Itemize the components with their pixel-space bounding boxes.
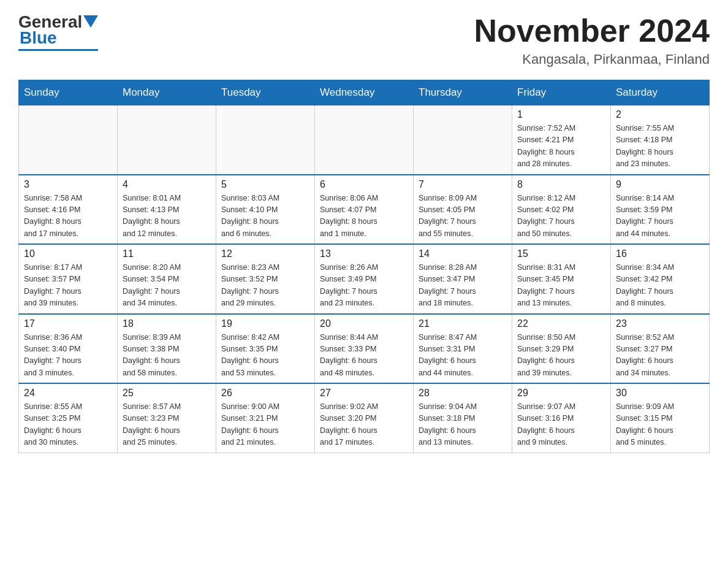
day-info: Sunrise: 9:04 AM Sunset: 3:18 PM Dayligh… (419, 401, 507, 449)
day-number: 13 (320, 248, 408, 259)
day-info: Sunrise: 8:52 AM Sunset: 3:27 PM Dayligh… (616, 332, 704, 380)
header-friday: Friday (512, 80, 611, 105)
day-info: Sunrise: 7:55 AM Sunset: 4:18 PM Dayligh… (616, 123, 704, 170)
calendar-cell: 16Sunrise: 8:34 AM Sunset: 3:42 PM Dayli… (611, 244, 710, 314)
day-info: Sunrise: 8:47 AM Sunset: 3:31 PM Dayligh… (419, 332, 507, 380)
day-info: Sunrise: 8:23 AM Sunset: 3:52 PM Dayligh… (221, 262, 309, 310)
calendar-cell (414, 105, 512, 175)
day-number: 30 (616, 388, 704, 399)
week-row-2: 3Sunrise: 7:58 AM Sunset: 4:16 PM Daylig… (19, 175, 710, 245)
header-wednesday: Wednesday (315, 80, 414, 105)
day-info: Sunrise: 8:44 AM Sunset: 3:33 PM Dayligh… (320, 332, 408, 380)
day-number: 8 (517, 179, 605, 190)
day-info: Sunrise: 8:42 AM Sunset: 3:35 PM Dayligh… (221, 332, 309, 380)
week-row-1: 1Sunrise: 7:52 AM Sunset: 4:21 PM Daylig… (19, 105, 710, 175)
calendar-cell: 19Sunrise: 8:42 AM Sunset: 3:35 PM Dayli… (216, 314, 315, 384)
day-number: 5 (221, 179, 309, 190)
calendar-cell: 4Sunrise: 8:01 AM Sunset: 4:13 PM Daylig… (118, 175, 216, 245)
calendar-cell: 5Sunrise: 8:03 AM Sunset: 4:10 PM Daylig… (216, 175, 315, 245)
day-info: Sunrise: 8:28 AM Sunset: 3:47 PM Dayligh… (419, 262, 507, 310)
day-number: 27 (320, 388, 408, 399)
calendar-cell: 12Sunrise: 8:23 AM Sunset: 3:52 PM Dayli… (216, 244, 315, 314)
day-number: 25 (123, 388, 211, 399)
calendar-cell: 27Sunrise: 9:02 AM Sunset: 3:20 PM Dayli… (315, 383, 414, 453)
day-number: 12 (221, 248, 309, 259)
day-info: Sunrise: 8:17 AM Sunset: 3:57 PM Dayligh… (24, 262, 112, 310)
calendar-cell: 8Sunrise: 8:12 AM Sunset: 4:02 PM Daylig… (512, 175, 611, 245)
day-info: Sunrise: 7:58 AM Sunset: 4:16 PM Dayligh… (24, 193, 112, 240)
weekday-header-row: SundayMondayTuesdayWednesdayThursdayFrid… (19, 80, 710, 105)
day-info: Sunrise: 9:00 AM Sunset: 3:21 PM Dayligh… (221, 401, 309, 449)
calendar-cell: 26Sunrise: 9:00 AM Sunset: 3:21 PM Dayli… (216, 383, 315, 453)
calendar-cell: 1Sunrise: 7:52 AM Sunset: 4:21 PM Daylig… (512, 105, 611, 175)
day-info: Sunrise: 8:12 AM Sunset: 4:02 PM Dayligh… (517, 193, 605, 240)
day-number: 21 (419, 318, 507, 329)
week-row-5: 24Sunrise: 8:55 AM Sunset: 3:25 PM Dayli… (19, 383, 710, 453)
day-info: Sunrise: 9:07 AM Sunset: 3:16 PM Dayligh… (517, 401, 605, 449)
calendar-cell (118, 105, 216, 175)
calendar-cell (315, 105, 414, 175)
logo-underline (18, 49, 98, 51)
day-number: 3 (24, 179, 112, 190)
day-number: 4 (123, 179, 211, 190)
calendar-cell: 18Sunrise: 8:39 AM Sunset: 3:38 PM Dayli… (118, 314, 216, 384)
day-info: Sunrise: 8:01 AM Sunset: 4:13 PM Dayligh… (123, 193, 211, 240)
header-monday: Monday (118, 80, 216, 105)
day-number: 26 (221, 388, 309, 399)
calendar-cell: 20Sunrise: 8:44 AM Sunset: 3:33 PM Dayli… (315, 314, 414, 384)
calendar-cell: 6Sunrise: 8:06 AM Sunset: 4:07 PM Daylig… (315, 175, 414, 245)
calendar-cell: 13Sunrise: 8:26 AM Sunset: 3:49 PM Dayli… (315, 244, 414, 314)
header: General Blue November 2024 Kangasala, Pi… (18, 12, 710, 67)
calendar-cell: 30Sunrise: 9:09 AM Sunset: 3:15 PM Dayli… (611, 383, 710, 453)
day-number: 19 (221, 318, 309, 329)
calendar-cell: 25Sunrise: 8:57 AM Sunset: 3:23 PM Dayli… (118, 383, 216, 453)
day-info: Sunrise: 8:31 AM Sunset: 3:45 PM Dayligh… (517, 262, 605, 310)
day-info: Sunrise: 8:50 AM Sunset: 3:29 PM Dayligh… (517, 332, 605, 380)
day-number: 16 (616, 248, 704, 259)
day-number: 15 (517, 248, 605, 259)
header-tuesday: Tuesday (216, 80, 315, 105)
logo-blue-text: Blue (20, 28, 57, 48)
calendar-cell: 3Sunrise: 7:58 AM Sunset: 4:16 PM Daylig… (19, 175, 118, 245)
calendar-cell: 22Sunrise: 8:50 AM Sunset: 3:29 PM Dayli… (512, 314, 611, 384)
day-info: Sunrise: 9:02 AM Sunset: 3:20 PM Dayligh… (320, 401, 408, 449)
day-number: 11 (123, 248, 211, 259)
calendar-cell: 11Sunrise: 8:20 AM Sunset: 3:54 PM Dayli… (118, 244, 216, 314)
day-number: 7 (419, 179, 507, 190)
month-title: November 2024 (474, 12, 710, 49)
day-info: Sunrise: 8:57 AM Sunset: 3:23 PM Dayligh… (123, 401, 211, 449)
header-thursday: Thursday (414, 80, 512, 105)
calendar-table: SundayMondayTuesdayWednesdayThursdayFrid… (18, 80, 710, 453)
calendar-cell: 9Sunrise: 8:14 AM Sunset: 3:59 PM Daylig… (611, 175, 710, 245)
header-saturday: Saturday (611, 80, 710, 105)
logo: General Blue (18, 12, 98, 51)
day-info: Sunrise: 7:52 AM Sunset: 4:21 PM Dayligh… (517, 123, 605, 170)
calendar-cell: 29Sunrise: 9:07 AM Sunset: 3:16 PM Dayli… (512, 383, 611, 453)
day-number: 2 (616, 109, 704, 120)
day-info: Sunrise: 8:34 AM Sunset: 3:42 PM Dayligh… (616, 262, 704, 310)
calendar-cell: 17Sunrise: 8:36 AM Sunset: 3:40 PM Dayli… (19, 314, 118, 384)
calendar-cell: 7Sunrise: 8:09 AM Sunset: 4:05 PM Daylig… (414, 175, 512, 245)
day-info: Sunrise: 8:09 AM Sunset: 4:05 PM Dayligh… (419, 193, 507, 240)
day-info: Sunrise: 8:20 AM Sunset: 3:54 PM Dayligh… (123, 262, 211, 310)
week-row-4: 17Sunrise: 8:36 AM Sunset: 3:40 PM Dayli… (19, 314, 710, 384)
day-number: 6 (320, 179, 408, 190)
day-number: 18 (123, 318, 211, 329)
day-number: 29 (517, 388, 605, 399)
day-info: Sunrise: 8:55 AM Sunset: 3:25 PM Dayligh… (24, 401, 112, 449)
day-number: 22 (517, 318, 605, 329)
day-info: Sunrise: 9:09 AM Sunset: 3:15 PM Dayligh… (616, 401, 704, 449)
day-info: Sunrise: 8:14 AM Sunset: 3:59 PM Dayligh… (616, 193, 704, 240)
logo-blue-part (82, 15, 98, 29)
day-info: Sunrise: 8:06 AM Sunset: 4:07 PM Dayligh… (320, 193, 408, 240)
day-number: 28 (419, 388, 507, 399)
day-number: 20 (320, 318, 408, 329)
day-number: 17 (24, 318, 112, 329)
calendar-cell (216, 105, 315, 175)
calendar-cell: 28Sunrise: 9:04 AM Sunset: 3:18 PM Dayli… (414, 383, 512, 453)
location-title: Kangasala, Pirkanmaa, Finland (474, 52, 710, 67)
calendar-cell: 10Sunrise: 8:17 AM Sunset: 3:57 PM Dayli… (19, 244, 118, 314)
calendar-cell (19, 105, 118, 175)
day-info: Sunrise: 8:36 AM Sunset: 3:40 PM Dayligh… (24, 332, 112, 380)
day-info: Sunrise: 8:39 AM Sunset: 3:38 PM Dayligh… (123, 332, 211, 380)
